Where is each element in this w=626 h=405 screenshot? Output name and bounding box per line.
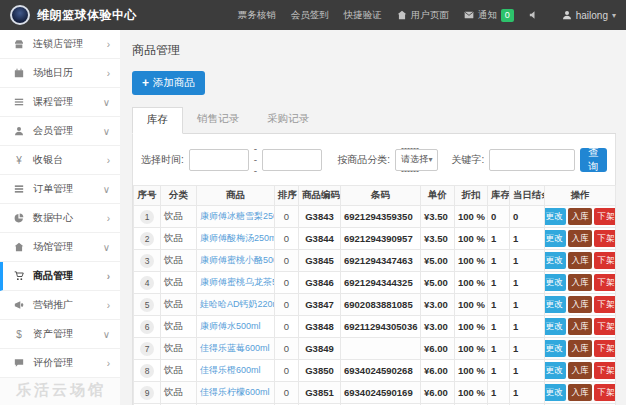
- user-menu[interactable]: hailong▾: [562, 10, 616, 21]
- off-shelf-button[interactable]: 下架: [594, 296, 616, 313]
- balance-value: 0: [513, 211, 518, 222]
- cell-price: ¥3.50: [421, 228, 455, 250]
- cell-discount: 100 %: [455, 272, 488, 294]
- product-link[interactable]: 娃哈哈AD钙奶220ml: [200, 299, 275, 309]
- sidebar-item-member[interactable]: 会员管理∨: [0, 117, 120, 146]
- sidebar-item-venue-calendar[interactable]: 场地日历›: [0, 59, 120, 88]
- update-button[interactable]: 更改: [545, 318, 567, 335]
- sidebar-item-orders[interactable]: 订单管理∨: [0, 175, 120, 204]
- category-select[interactable]: ------ 请选择 ------ ▾: [395, 149, 439, 171]
- cell-actions: 更改入库下架: [545, 228, 616, 250]
- time-from-input[interactable]: [189, 149, 249, 171]
- nav-link-user-page[interactable]: 用户页面: [397, 9, 449, 22]
- add-product-button[interactable]: + 添加商品: [132, 71, 205, 95]
- off-shelf-button[interactable]: 下架: [594, 384, 616, 401]
- cell-balance: 0: [510, 206, 545, 228]
- update-button[interactable]: 更改: [545, 362, 567, 379]
- sidebar-item-label: 评价管理: [33, 356, 73, 370]
- nav-link-quick-verify[interactable]: 快捷验证: [344, 9, 382, 22]
- column-header: 排序: [275, 186, 299, 206]
- sidebar-item-marketing[interactable]: 营销推广›: [0, 291, 120, 320]
- mute-toggle[interactable]: [529, 10, 539, 20]
- product-code: G3846: [305, 277, 334, 288]
- category-value: 饮品: [164, 386, 183, 397]
- cell-no: 2: [134, 228, 161, 250]
- product-link[interactable]: 康师傅水500ml: [200, 321, 261, 331]
- cell-sort: 0: [275, 250, 299, 272]
- column-header: 商品编码: [299, 186, 341, 206]
- row-number: 4: [140, 276, 154, 290]
- off-shelf-button[interactable]: 下架: [594, 252, 616, 269]
- sidebar-item-goods[interactable]: 商品管理›: [0, 262, 120, 291]
- sidebar-item-cashier[interactable]: ¥收银台›: [0, 146, 120, 175]
- product-link[interactable]: 佳得乐橙600ml: [200, 365, 261, 375]
- update-button[interactable]: 更改: [545, 296, 567, 313]
- time-to-input[interactable]: [262, 149, 322, 171]
- stock-in-button[interactable]: 入库: [568, 230, 592, 247]
- off-shelf-button[interactable]: 下架: [594, 318, 616, 335]
- sidebar-item-chain-store[interactable]: 连锁店管理›: [0, 30, 120, 59]
- watermark: 乐活云场馆: [16, 381, 106, 400]
- off-shelf-button[interactable]: 下架: [594, 208, 616, 225]
- product-link[interactable]: 康师傅蜜桃乌龙茶500ml: [200, 277, 275, 287]
- update-button[interactable]: 更改: [545, 274, 567, 291]
- sort-value: 0: [284, 211, 289, 222]
- nav-link-notifications[interactable]: 通知0: [464, 9, 514, 22]
- stock-in-button[interactable]: 入库: [568, 362, 592, 379]
- product-link[interactable]: 康师傅蜜桃小酪500ml: [200, 255, 275, 265]
- sort-value: 0: [284, 233, 289, 244]
- tab-inventory[interactable]: 库存: [132, 107, 183, 134]
- sidebar-item-course[interactable]: 课程管理∨: [0, 88, 120, 117]
- speaker-icon: [529, 10, 539, 20]
- sidebar-item-asset[interactable]: $资产管理∨: [0, 320, 120, 349]
- update-button[interactable]: 更改: [545, 208, 567, 225]
- stock-in-button[interactable]: 入库: [568, 340, 592, 357]
- cell-actions: 更改入库下架: [545, 272, 616, 294]
- cell-code: G3843: [299, 206, 341, 228]
- update-button[interactable]: 更改: [545, 230, 567, 247]
- product-link[interactable]: 佳得乐蓝莓600ml: [200, 343, 270, 353]
- stock-in-button[interactable]: 入库: [568, 318, 592, 335]
- product-link[interactable]: 康师傅冰糖雪梨250ml: [200, 211, 275, 221]
- update-button[interactable]: 更改: [545, 252, 567, 269]
- search-button[interactable]: 查询: [580, 148, 607, 172]
- cell-no: 7: [134, 338, 161, 360]
- stock-in-button[interactable]: 入库: [568, 296, 592, 313]
- product-link[interactable]: 康师傅酸梅汤250ml: [200, 233, 275, 243]
- update-button[interactable]: 更改: [545, 340, 567, 357]
- stock-value: 1: [491, 365, 496, 376]
- cell-discount: 100 %: [455, 338, 488, 360]
- sidebar-item-review[interactable]: 评价管理›: [0, 349, 120, 378]
- cell-category: 饮品: [161, 360, 197, 382]
- brand[interactable]: 维朗篮球体验中心: [10, 5, 137, 25]
- stock-in-button[interactable]: 入库: [568, 274, 592, 291]
- stock-in-button[interactable]: 入库: [568, 252, 592, 269]
- off-shelf-button[interactable]: 下架: [594, 230, 616, 247]
- sidebar-item-venue[interactable]: 场馆管理∨: [0, 233, 120, 262]
- stock-in-button[interactable]: 入库: [568, 384, 592, 401]
- off-shelf-button[interactable]: 下架: [594, 340, 616, 357]
- chevron-down-icon: ▾: [612, 11, 616, 20]
- nav-link-member-checkin[interactable]: 会员签到: [291, 9, 329, 22]
- sidebar-item-data-center[interactable]: 数据中心›: [0, 204, 120, 233]
- cell-sort: 0: [275, 206, 299, 228]
- keyword-input[interactable]: [489, 149, 575, 171]
- filter-bar: 选择时间: --- 按商品分类: ------ 请选择 ------ ▾ 关键字…: [133, 134, 615, 185]
- nav-link-ticket-verification[interactable]: 票务核销: [238, 9, 276, 22]
- price-value: ¥6.00: [424, 343, 448, 354]
- tab-sales-record[interactable]: 销售记录: [183, 107, 253, 134]
- update-button[interactable]: 更改: [545, 384, 567, 401]
- tab-purchase-record[interactable]: 采购记录: [253, 107, 323, 134]
- home-icon: [397, 10, 407, 20]
- cell-category: 饮品: [161, 228, 197, 250]
- off-shelf-button[interactable]: 下架: [594, 362, 616, 379]
- sort-value: 0: [284, 343, 289, 354]
- stock-value: 1: [491, 299, 496, 310]
- balance-value: 1: [513, 387, 518, 398]
- sidebar-item-label: 收银台: [33, 153, 63, 167]
- off-shelf-button[interactable]: 下架: [594, 274, 616, 291]
- sort-value: 0: [284, 365, 289, 376]
- product-link[interactable]: 佳得乐柠檬600ml: [200, 387, 270, 397]
- username: hailong: [576, 10, 608, 21]
- stock-in-button[interactable]: 入库: [568, 208, 592, 225]
